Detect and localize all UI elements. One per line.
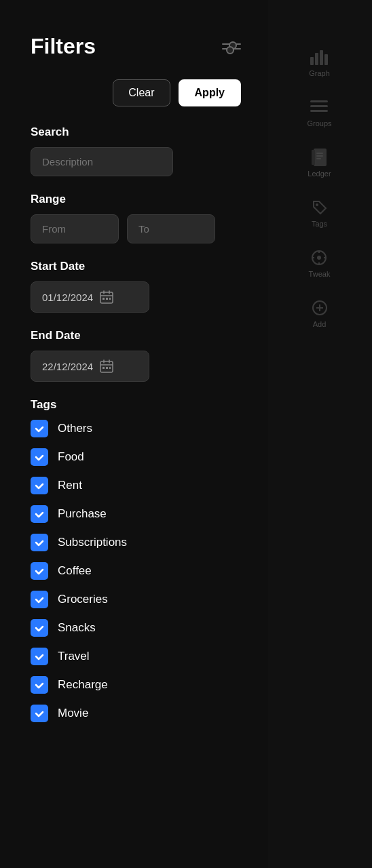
tag-item-recharge[interactable]: Recharge — [31, 676, 241, 694]
checkbox-others[interactable] — [31, 420, 48, 437]
range-to-input[interactable] — [127, 214, 215, 243]
add-icon — [310, 298, 329, 317]
tag-item-food[interactable]: Food — [31, 448, 241, 466]
checkbox-groceries[interactable] — [31, 591, 48, 608]
checkbox-snacks[interactable] — [31, 619, 48, 637]
tags-icon — [310, 198, 329, 217]
tags-label: Tags — [312, 220, 327, 228]
svg-rect-21 — [103, 367, 105, 369]
checkbox-rent[interactable] — [31, 477, 48, 494]
svg-rect-2 — [320, 50, 323, 65]
checkbox-food[interactable] — [31, 448, 48, 466]
tag-item-travel[interactable]: Travel — [31, 648, 241, 665]
ledger-icon — [310, 148, 329, 167]
start-date-value: 01/12/2024 — [42, 292, 93, 303]
svg-rect-5 — [310, 105, 328, 107]
checkbox-coffee[interactable] — [31, 562, 48, 580]
apply-button[interactable]: Apply — [179, 79, 241, 106]
action-buttons: Clear Apply — [31, 79, 241, 106]
tags-label: Tags — [31, 398, 241, 412]
tag-label-travel: Travel — [58, 650, 90, 663]
checkbox-travel[interactable] — [31, 648, 48, 665]
svg-rect-10 — [316, 155, 323, 157]
tag-item-subscriptions[interactable]: Subscriptions — [31, 534, 241, 551]
search-section: Search — [31, 125, 241, 176]
checkbox-purchase[interactable] — [31, 505, 48, 523]
svg-point-14 — [317, 256, 321, 260]
graph-icon — [310, 47, 329, 66]
tag-label-coffee: Coffee — [58, 564, 92, 578]
add-label: Add — [313, 320, 327, 328]
tag-item-movie[interactable]: Movie — [31, 705, 241, 722]
tag-label-subscriptions: Subscriptions — [58, 536, 127, 549]
search-input[interactable] — [31, 147, 173, 176]
start-date-label: Start Date — [31, 260, 241, 273]
svg-rect-0 — [310, 57, 314, 65]
svg-rect-19 — [109, 298, 111, 300]
sidebar-item-tweak: Tweak — [309, 248, 331, 278]
svg-rect-7 — [314, 149, 327, 166]
sidebar-item-groups: Groups — [307, 98, 331, 127]
adjust-filters-icon[interactable] — [222, 37, 241, 56]
tag-item-purchase[interactable]: Purchase — [31, 505, 241, 523]
tag-item-others[interactable]: Others — [31, 420, 241, 437]
tag-label-groceries: Groceries — [58, 593, 108, 606]
groups-label: Groups — [307, 119, 331, 127]
svg-rect-17 — [103, 298, 105, 300]
svg-rect-9 — [316, 153, 323, 154]
svg-rect-6 — [310, 110, 328, 112]
sidebar-item-graph: Graph — [309, 47, 330, 77]
svg-rect-3 — [324, 54, 328, 65]
svg-point-12 — [316, 203, 318, 206]
checkbox-recharge[interactable] — [31, 676, 48, 694]
tweak-icon — [310, 248, 329, 267]
panel-header: Filters — [31, 34, 241, 59]
tag-label-others: Others — [58, 422, 92, 435]
calendar-icon-end — [100, 359, 113, 373]
tags-list: OthersFoodRentPurchaseSubscriptionsCoffe… — [31, 420, 241, 722]
range-label: Range — [31, 193, 241, 206]
tags-section: Tags OthersFoodRentPurchaseSubscriptions… — [31, 398, 241, 722]
tag-item-snacks[interactable]: Snacks — [31, 619, 241, 637]
ledger-label: Ledger — [308, 170, 331, 178]
search-label: Search — [31, 125, 241, 139]
end-date-picker[interactable]: 22/12/2024 — [31, 351, 149, 382]
svg-rect-18 — [106, 298, 108, 300]
start-date-section: Start Date 01/12/2024 — [31, 260, 241, 313]
sidebar-item-add: Add — [310, 298, 329, 328]
sidebar-item-tags: Tags — [310, 198, 329, 228]
range-section: Range — [31, 193, 241, 243]
tag-item-coffee[interactable]: Coffee — [31, 562, 241, 580]
end-date-section: End Date 22/12/2024 — [31, 329, 241, 382]
clear-button[interactable]: Clear — [113, 79, 170, 106]
tag-label-food: Food — [58, 450, 84, 464]
svg-rect-11 — [316, 158, 321, 159]
sidebar-item-ledger: Ledger — [308, 148, 331, 178]
tweak-label: Tweak — [309, 270, 331, 278]
tag-item-rent[interactable]: Rent — [31, 477, 241, 494]
tag-item-groceries[interactable]: Groceries — [31, 591, 241, 608]
end-date-value: 22/12/2024 — [42, 361, 93, 372]
range-inputs — [31, 214, 241, 243]
svg-rect-22 — [106, 367, 108, 369]
tag-label-purchase: Purchase — [58, 507, 107, 521]
groups-icon — [310, 98, 329, 117]
checkbox-movie[interactable] — [31, 705, 48, 722]
svg-rect-8 — [312, 150, 315, 165]
svg-rect-23 — [109, 367, 111, 369]
tag-label-snacks: Snacks — [58, 621, 96, 635]
calendar-icon — [100, 290, 113, 304]
tag-label-movie: Movie — [58, 707, 88, 720]
svg-rect-4 — [310, 100, 328, 102]
tag-label-rent: Rent — [58, 479, 82, 492]
start-date-picker[interactable]: 01/12/2024 — [31, 281, 149, 313]
tag-label-recharge: Recharge — [58, 678, 108, 692]
end-date-label: End Date — [31, 329, 241, 342]
range-from-input[interactable] — [31, 214, 119, 243]
graph-label: Graph — [309, 69, 330, 77]
svg-rect-1 — [315, 53, 318, 65]
checkbox-subscriptions[interactable] — [31, 534, 48, 551]
page-title: Filters — [31, 34, 96, 59]
